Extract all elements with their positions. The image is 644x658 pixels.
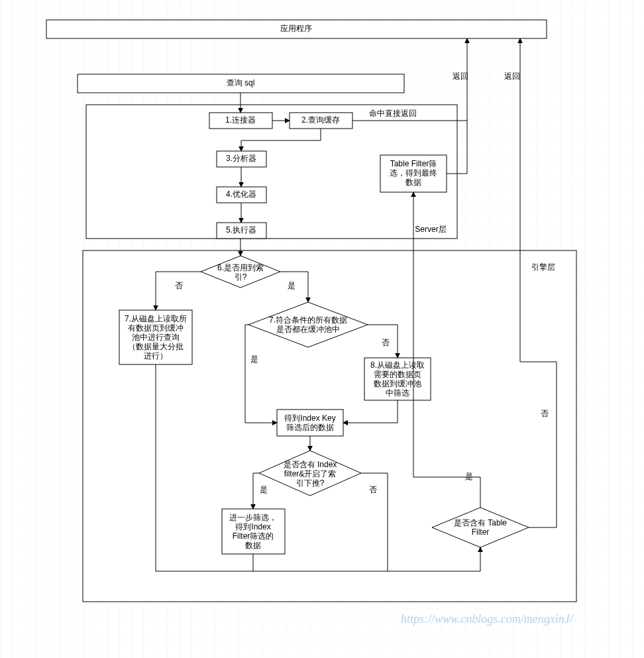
bik-l1: 得到Index Key — [284, 413, 335, 423]
lbl-7b-no: 否 — [382, 338, 390, 347]
lbl-6-yes: 是 — [288, 281, 295, 290]
dtf-l2: Filter — [472, 527, 490, 537]
bif-l3: Filter筛选的 — [233, 531, 274, 541]
step-2-text: 2.查询缓存 — [301, 115, 340, 125]
d6-l2: 引? — [235, 272, 247, 282]
query-title: 查询 sql — [227, 78, 255, 87]
dtf-l1: 是否含有 Table — [454, 518, 507, 527]
lbl-if-yes: 是 — [260, 485, 268, 494]
ret-2: 返回 — [504, 72, 520, 81]
b7a-l4: （数据量大分批 — [128, 342, 184, 351]
tf-l1: Table Filter筛 — [390, 159, 437, 168]
step-1-text: 1.连接器 — [225, 115, 256, 125]
engine-label: 引擎层 — [531, 262, 555, 272]
cache-hit-label: 命中直接返回 — [369, 109, 417, 118]
b8-l4: 中筛选 — [386, 388, 409, 398]
step-4-text: 4.优化器 — [226, 190, 256, 199]
b7a-l3: 池中进行查询 — [132, 333, 180, 342]
lbl-if-no: 否 — [369, 485, 377, 494]
lbl-6-no: 否 — [175, 281, 183, 290]
step-3-text: 3.分析器 — [226, 154, 256, 163]
bif-l1: 进一步筛选， — [229, 513, 277, 522]
app-title: 应用程序 — [280, 24, 312, 33]
dif-l2: filter&开启了索 — [284, 469, 337, 478]
b8-l2: 需要的数据页 — [374, 370, 421, 379]
b8-l3: 数据到缓冲池 — [374, 379, 421, 388]
bif-l4: 数据 — [245, 541, 261, 550]
b7a-l1: 7.从磁盘上读取所 — [125, 314, 187, 323]
dif-l3: 引下推? — [296, 478, 325, 488]
lbl-tf-yes: 是 — [465, 472, 473, 481]
tf-l2: 选，得到最终 — [390, 168, 437, 178]
d7b-l2: 是否都在缓冲池中 — [276, 325, 340, 334]
b7a-l2: 有数据页到缓冲 — [128, 323, 184, 333]
step-5-text: 5.执行器 — [226, 225, 256, 235]
server-label: Server层 — [415, 225, 446, 234]
bif-l2: 得到Index — [235, 522, 270, 531]
ret-1: 返回 — [453, 72, 468, 81]
lbl-7b-yes: 是 — [250, 355, 258, 364]
dif-l1: 是否含有 Index — [284, 460, 337, 469]
d6-l1: 6.是否用到索 — [217, 263, 264, 272]
tf-l3: 数据 — [405, 178, 421, 187]
watermark: https://www.cnblogs.com/mengxinJ/ — [401, 612, 574, 626]
lbl-tf-no: 否 — [541, 409, 549, 418]
flowchart: 应用程序 查询 sql Server层 1.连接器 2.查询缓存 命中直接返回 … — [0, 0, 644, 658]
b8-l1: 8.从磁盘上读取 — [370, 360, 425, 370]
d7b-l1: 7.符合条件的所有数据 — [269, 315, 347, 325]
b7a-l5: 进行） — [144, 351, 168, 360]
bik-l2: 筛选后的数据 — [286, 423, 334, 432]
